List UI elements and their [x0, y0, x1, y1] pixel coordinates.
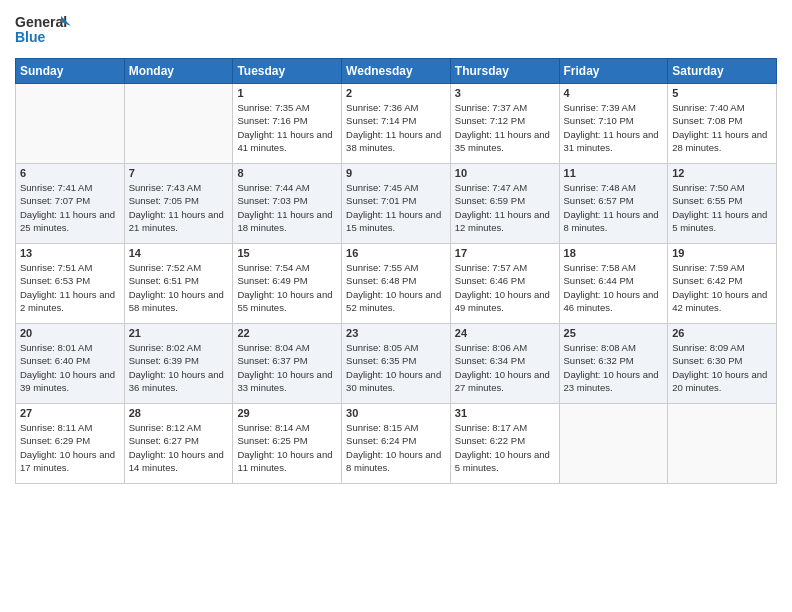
- day-number: 4: [564, 87, 664, 99]
- day-cell: 17Sunrise: 7:57 AM Sunset: 6:46 PM Dayli…: [450, 244, 559, 324]
- day-header-saturday: Saturday: [668, 59, 777, 84]
- day-info: Sunrise: 7:58 AM Sunset: 6:44 PM Dayligh…: [564, 261, 664, 314]
- day-cell: 2Sunrise: 7:36 AM Sunset: 7:14 PM Daylig…: [342, 84, 451, 164]
- day-number: 17: [455, 247, 555, 259]
- day-info: Sunrise: 8:12 AM Sunset: 6:27 PM Dayligh…: [129, 421, 229, 474]
- calendar-page: GeneralBlue SundayMondayTuesdayWednesday…: [0, 0, 792, 612]
- day-cell: [124, 84, 233, 164]
- day-header-thursday: Thursday: [450, 59, 559, 84]
- day-number: 19: [672, 247, 772, 259]
- week-row-4: 20Sunrise: 8:01 AM Sunset: 6:40 PM Dayli…: [16, 324, 777, 404]
- day-number: 21: [129, 327, 229, 339]
- day-number: 2: [346, 87, 446, 99]
- day-info: Sunrise: 7:39 AM Sunset: 7:10 PM Dayligh…: [564, 101, 664, 154]
- day-number: 31: [455, 407, 555, 419]
- day-cell: 29Sunrise: 8:14 AM Sunset: 6:25 PM Dayli…: [233, 404, 342, 484]
- day-cell: 16Sunrise: 7:55 AM Sunset: 6:48 PM Dayli…: [342, 244, 451, 324]
- day-number: 15: [237, 247, 337, 259]
- day-cell: 18Sunrise: 7:58 AM Sunset: 6:44 PM Dayli…: [559, 244, 668, 324]
- day-info: Sunrise: 7:59 AM Sunset: 6:42 PM Dayligh…: [672, 261, 772, 314]
- svg-text:General: General: [15, 14, 67, 30]
- day-cell: 13Sunrise: 7:51 AM Sunset: 6:53 PM Dayli…: [16, 244, 125, 324]
- day-cell: 15Sunrise: 7:54 AM Sunset: 6:49 PM Dayli…: [233, 244, 342, 324]
- day-cell: 11Sunrise: 7:48 AM Sunset: 6:57 PM Dayli…: [559, 164, 668, 244]
- day-info: Sunrise: 8:01 AM Sunset: 6:40 PM Dayligh…: [20, 341, 120, 394]
- day-cell: 20Sunrise: 8:01 AM Sunset: 6:40 PM Dayli…: [16, 324, 125, 404]
- day-cell: 8Sunrise: 7:44 AM Sunset: 7:03 PM Daylig…: [233, 164, 342, 244]
- week-row-3: 13Sunrise: 7:51 AM Sunset: 6:53 PM Dayli…: [16, 244, 777, 324]
- day-cell: 1Sunrise: 7:35 AM Sunset: 7:16 PM Daylig…: [233, 84, 342, 164]
- day-number: 7: [129, 167, 229, 179]
- day-number: 1: [237, 87, 337, 99]
- day-info: Sunrise: 8:15 AM Sunset: 6:24 PM Dayligh…: [346, 421, 446, 474]
- day-number: 14: [129, 247, 229, 259]
- day-cell: 27Sunrise: 8:11 AM Sunset: 6:29 PM Dayli…: [16, 404, 125, 484]
- day-info: Sunrise: 8:17 AM Sunset: 6:22 PM Dayligh…: [455, 421, 555, 474]
- day-info: Sunrise: 7:36 AM Sunset: 7:14 PM Dayligh…: [346, 101, 446, 154]
- day-info: Sunrise: 7:52 AM Sunset: 6:51 PM Dayligh…: [129, 261, 229, 314]
- day-number: 11: [564, 167, 664, 179]
- day-info: Sunrise: 7:44 AM Sunset: 7:03 PM Dayligh…: [237, 181, 337, 234]
- day-info: Sunrise: 7:35 AM Sunset: 7:16 PM Dayligh…: [237, 101, 337, 154]
- day-number: 10: [455, 167, 555, 179]
- day-info: Sunrise: 7:45 AM Sunset: 7:01 PM Dayligh…: [346, 181, 446, 234]
- day-number: 20: [20, 327, 120, 339]
- day-number: 6: [20, 167, 120, 179]
- day-info: Sunrise: 8:09 AM Sunset: 6:30 PM Dayligh…: [672, 341, 772, 394]
- day-number: 9: [346, 167, 446, 179]
- day-number: 30: [346, 407, 446, 419]
- day-cell: 22Sunrise: 8:04 AM Sunset: 6:37 PM Dayli…: [233, 324, 342, 404]
- day-cell: 30Sunrise: 8:15 AM Sunset: 6:24 PM Dayli…: [342, 404, 451, 484]
- day-header-wednesday: Wednesday: [342, 59, 451, 84]
- day-info: Sunrise: 7:54 AM Sunset: 6:49 PM Dayligh…: [237, 261, 337, 314]
- day-cell: 14Sunrise: 7:52 AM Sunset: 6:51 PM Dayli…: [124, 244, 233, 324]
- day-number: 28: [129, 407, 229, 419]
- header: GeneralBlue: [15, 10, 777, 50]
- day-number: 18: [564, 247, 664, 259]
- day-info: Sunrise: 8:02 AM Sunset: 6:39 PM Dayligh…: [129, 341, 229, 394]
- day-cell: 6Sunrise: 7:41 AM Sunset: 7:07 PM Daylig…: [16, 164, 125, 244]
- day-cell: [16, 84, 125, 164]
- day-info: Sunrise: 7:50 AM Sunset: 6:55 PM Dayligh…: [672, 181, 772, 234]
- calendar-table: SundayMondayTuesdayWednesdayThursdayFrid…: [15, 58, 777, 484]
- day-info: Sunrise: 7:43 AM Sunset: 7:05 PM Dayligh…: [129, 181, 229, 234]
- day-info: Sunrise: 8:06 AM Sunset: 6:34 PM Dayligh…: [455, 341, 555, 394]
- day-info: Sunrise: 7:37 AM Sunset: 7:12 PM Dayligh…: [455, 101, 555, 154]
- week-row-2: 6Sunrise: 7:41 AM Sunset: 7:07 PM Daylig…: [16, 164, 777, 244]
- day-info: Sunrise: 7:40 AM Sunset: 7:08 PM Dayligh…: [672, 101, 772, 154]
- day-cell: 25Sunrise: 8:08 AM Sunset: 6:32 PM Dayli…: [559, 324, 668, 404]
- day-cell: 12Sunrise: 7:50 AM Sunset: 6:55 PM Dayli…: [668, 164, 777, 244]
- day-number: 3: [455, 87, 555, 99]
- day-header-sunday: Sunday: [16, 59, 125, 84]
- day-header-friday: Friday: [559, 59, 668, 84]
- week-row-1: 1Sunrise: 7:35 AM Sunset: 7:16 PM Daylig…: [16, 84, 777, 164]
- day-cell: [668, 404, 777, 484]
- day-info: Sunrise: 7:51 AM Sunset: 6:53 PM Dayligh…: [20, 261, 120, 314]
- day-number: 16: [346, 247, 446, 259]
- calendar-header: SundayMondayTuesdayWednesdayThursdayFrid…: [16, 59, 777, 84]
- day-number: 24: [455, 327, 555, 339]
- day-info: Sunrise: 8:11 AM Sunset: 6:29 PM Dayligh…: [20, 421, 120, 474]
- logo-svg: GeneralBlue: [15, 10, 75, 50]
- day-cell: 23Sunrise: 8:05 AM Sunset: 6:35 PM Dayli…: [342, 324, 451, 404]
- day-cell: 31Sunrise: 8:17 AM Sunset: 6:22 PM Dayli…: [450, 404, 559, 484]
- logo: GeneralBlue: [15, 10, 75, 50]
- day-number: 25: [564, 327, 664, 339]
- day-cell: [559, 404, 668, 484]
- day-number: 27: [20, 407, 120, 419]
- day-cell: 28Sunrise: 8:12 AM Sunset: 6:27 PM Dayli…: [124, 404, 233, 484]
- day-cell: 7Sunrise: 7:43 AM Sunset: 7:05 PM Daylig…: [124, 164, 233, 244]
- day-info: Sunrise: 7:47 AM Sunset: 6:59 PM Dayligh…: [455, 181, 555, 234]
- day-info: Sunrise: 7:57 AM Sunset: 6:46 PM Dayligh…: [455, 261, 555, 314]
- day-cell: 24Sunrise: 8:06 AM Sunset: 6:34 PM Dayli…: [450, 324, 559, 404]
- day-info: Sunrise: 8:04 AM Sunset: 6:37 PM Dayligh…: [237, 341, 337, 394]
- day-info: Sunrise: 8:08 AM Sunset: 6:32 PM Dayligh…: [564, 341, 664, 394]
- day-header-tuesday: Tuesday: [233, 59, 342, 84]
- day-cell: 4Sunrise: 7:39 AM Sunset: 7:10 PM Daylig…: [559, 84, 668, 164]
- day-cell: 26Sunrise: 8:09 AM Sunset: 6:30 PM Dayli…: [668, 324, 777, 404]
- svg-text:Blue: Blue: [15, 29, 46, 45]
- day-info: Sunrise: 7:55 AM Sunset: 6:48 PM Dayligh…: [346, 261, 446, 314]
- header-row: SundayMondayTuesdayWednesdayThursdayFrid…: [16, 59, 777, 84]
- day-cell: 3Sunrise: 7:37 AM Sunset: 7:12 PM Daylig…: [450, 84, 559, 164]
- day-info: Sunrise: 8:05 AM Sunset: 6:35 PM Dayligh…: [346, 341, 446, 394]
